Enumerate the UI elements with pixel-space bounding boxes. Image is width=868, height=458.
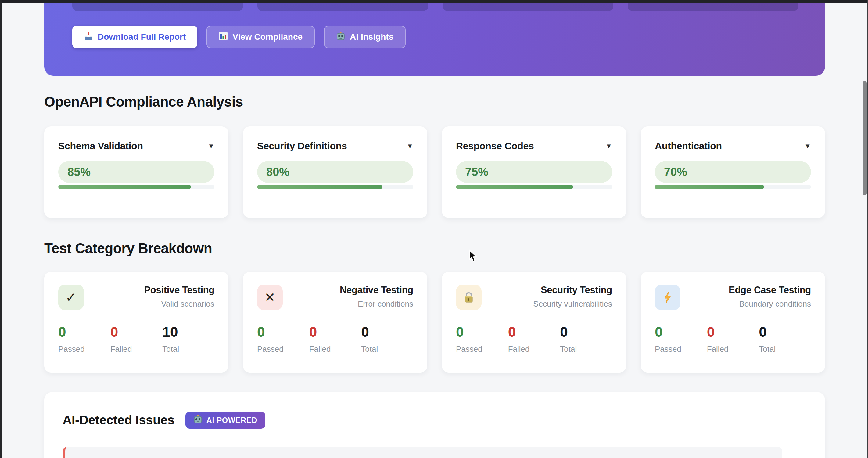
stat-failed: 0 Failed <box>111 324 162 354</box>
chevron-down-icon[interactable]: ▼ <box>804 143 811 150</box>
compliance-percent-pill: 70% <box>655 161 811 183</box>
compliance-percent-pill: 80% <box>257 161 413 183</box>
failed-label: Failed <box>309 344 362 354</box>
category-card-subtitle: Error conditions <box>340 299 413 309</box>
failed-label: Failed <box>707 344 759 354</box>
failed-count: 0 <box>508 324 560 340</box>
total-label: Total <box>560 344 612 354</box>
failed-label: Failed <box>508 344 560 354</box>
category-card-subtitle: Boundary conditions <box>728 299 811 309</box>
stat-failed: 0 Failed <box>508 324 560 354</box>
compliance-percent-value: 70% <box>664 166 687 179</box>
check-glyph: ✓ <box>66 291 77 304</box>
compliance-progress-track <box>655 185 811 189</box>
download-full-report-label: Download Full Report <box>98 32 186 42</box>
failed-count: 0 <box>707 324 759 340</box>
compliance-percent-pill: 75% <box>456 161 612 183</box>
stat-total: 0 Total <box>560 324 612 354</box>
compliance-card-title: Response Codes <box>456 140 534 152</box>
check-icon: ✓ <box>58 285 84 310</box>
ai-powered-badge: AI POWERED <box>185 411 265 429</box>
failed-label: Failed <box>111 344 162 354</box>
robot-icon <box>193 414 203 426</box>
passed-label: Passed <box>257 344 309 354</box>
compliance-card-authentication: Authentication ▼ 70% <box>641 126 825 218</box>
stat-passed: 0 Passed <box>257 324 309 354</box>
category-card-subtitle: Security vulnerabilities <box>533 299 612 309</box>
stat-failed: 0 Failed <box>309 324 362 354</box>
vertical-scrollbar-thumb[interactable] <box>863 81 867 195</box>
report-hero-banner: Download Full Report View Compliance <box>44 3 825 76</box>
chevron-down-icon[interactable]: ▼ <box>208 143 214 150</box>
lock-icon <box>456 285 482 310</box>
window-left-edge <box>0 0 2 458</box>
category-card-title: Negative Testing <box>340 285 413 295</box>
compliance-progress-fill <box>58 185 191 189</box>
view-compliance-button[interactable]: View Compliance <box>207 26 315 48</box>
compliance-section-heading: OpenAPI Compliance Analysis <box>44 93 825 110</box>
compliance-progress-track <box>456 185 612 189</box>
total-count: 0 <box>759 324 811 340</box>
category-card-security-testing: Security Testing Security vulnerabilitie… <box>442 272 626 373</box>
bar-chart-icon <box>219 31 228 43</box>
passed-count: 0 <box>257 324 309 340</box>
ai-powered-badge-label: AI POWERED <box>207 416 257 425</box>
robot-icon <box>336 31 345 43</box>
ai-insights-label: AI Insights <box>350 32 394 42</box>
passed-label: Passed <box>655 344 707 354</box>
stat-failed: 0 Failed <box>707 324 759 354</box>
passed-label: Passed <box>58 344 111 354</box>
compliance-progress-fill <box>257 185 382 189</box>
compliance-card-security-definitions: Security Definitions ▼ 80% <box>243 126 427 218</box>
cross-glyph: ✕ <box>265 291 276 304</box>
compliance-card-title: Schema Validation <box>58 140 143 152</box>
compliance-percent-value: 80% <box>266 166 289 179</box>
compliance-card-schema-validation: Schema Validation ▼ 85% <box>44 126 228 218</box>
ai-insights-button[interactable]: AI Insights <box>324 26 406 48</box>
compliance-card-title: Security Definitions <box>257 140 347 152</box>
category-card-positive-testing: ✓ Positive Testing Valid scenarios 0 Pas… <box>44 272 228 373</box>
ai-detected-issues-card: AI-Detected Issues AI POWERED <box>44 392 825 458</box>
lightning-icon <box>655 285 680 310</box>
stat-total: 10 Total <box>162 324 214 354</box>
total-label: Total <box>162 344 214 354</box>
stat-total: 0 Total <box>759 324 811 354</box>
compliance-card-response-codes: Response Codes ▼ 75% <box>442 126 626 218</box>
page-content: Download Full Report View Compliance <box>44 3 825 458</box>
chevron-down-icon[interactable]: ▼ <box>606 143 612 150</box>
download-tray-icon <box>84 31 93 43</box>
compliance-cards-row: Schema Validation ▼ 85% Security Definit… <box>44 126 825 218</box>
category-cards-row: ✓ Positive Testing Valid scenarios 0 Pas… <box>44 272 825 373</box>
total-count: 0 <box>361 324 413 340</box>
hero-stat-card <box>72 3 243 11</box>
cross-icon: ✕ <box>257 285 283 310</box>
category-section-heading: Test Category Breakdown <box>44 240 825 256</box>
compliance-progress-fill <box>456 185 573 189</box>
stat-passed: 0 Passed <box>456 324 508 354</box>
hero-action-buttons: Download Full Report View Compliance <box>44 26 825 48</box>
ai-issues-heading: AI-Detected Issues <box>63 413 175 427</box>
stat-passed: 0 Passed <box>58 324 111 354</box>
hero-stat-cards-row <box>44 3 825 11</box>
passed-label: Passed <box>456 344 508 354</box>
hero-stat-card <box>628 3 799 11</box>
view-compliance-label: View Compliance <box>232 32 303 42</box>
download-full-report-button[interactable]: Download Full Report <box>72 26 197 48</box>
compliance-percent-value: 85% <box>67 166 91 179</box>
compliance-percent-value: 75% <box>465 166 488 179</box>
stat-total: 0 Total <box>361 324 413 354</box>
compliance-percent-pill: 85% <box>58 161 214 183</box>
total-label: Total <box>759 344 811 354</box>
failed-count: 0 <box>309 324 362 340</box>
category-card-negative-testing: ✕ Negative Testing Error conditions 0 Pa… <box>243 272 427 373</box>
failed-count: 0 <box>111 324 162 340</box>
category-card-edge-case-testing: Edge Case Testing Boundary conditions 0 … <box>641 272 825 373</box>
total-count: 0 <box>560 324 612 340</box>
category-card-title: Security Testing <box>533 285 612 295</box>
hero-stat-card <box>442 3 613 11</box>
passed-count: 0 <box>655 324 707 340</box>
chevron-down-icon[interactable]: ▼ <box>407 143 413 150</box>
compliance-progress-fill <box>655 185 764 189</box>
hero-stat-card <box>257 3 428 11</box>
passed-count: 0 <box>58 324 111 340</box>
